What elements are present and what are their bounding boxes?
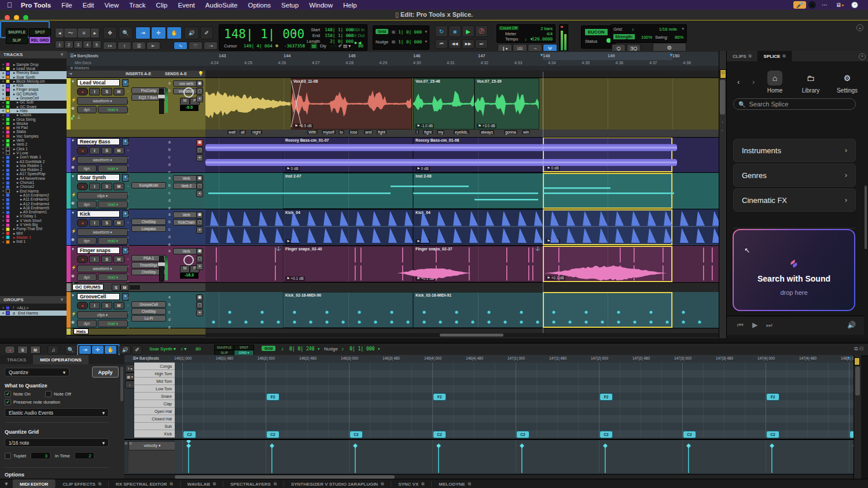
zoom-preset-icon-1[interactable]: ↕ <box>720 120 725 126</box>
record-button[interactable]: Ⓟ <box>475 25 488 37</box>
comments-button[interactable]: ▢ <box>196 219 203 226</box>
quantize-operation-select[interactable]: Quantize▾ <box>5 368 69 376</box>
audio-clip-vox-07-15-39[interactable]: Vox.07_15-39⚑ +3.0 dB <box>475 78 539 130</box>
track-visibility-dot[interactable] <box>2 89 4 91</box>
lane-label-sub[interactable]: Sub <box>134 423 175 430</box>
insert-slot-kompltkntrl[interactable]: KompltKntrl <box>131 182 166 188</box>
automation-icon[interactable]: ✽ <box>71 165 75 170</box>
send-mute-button[interactable]: M <box>180 98 190 105</box>
h-scrollbar-thumb[interactable] <box>440 334 503 337</box>
track-visibility-dot[interactable] <box>2 236 4 238</box>
midi-zoomer-icon[interactable]: 🔍 <box>65 345 76 354</box>
notation-icon[interactable]: ♫ <box>47 345 59 354</box>
sidebar-track-verb-2[interactable]: ▸ Verb 2 <box>0 143 67 147</box>
sidebar-track-orca-string[interactable]: ▸ Orca String <box>0 117 67 121</box>
record-enable-button[interactable]: ● <box>77 302 88 309</box>
automation-mode-selector[interactable]: read ▾ <box>98 273 128 281</box>
audio-clip-vox-07-15-46[interactable]: Vox.07_15-46⚑ -1.0 dB <box>413 78 475 130</box>
splice-search-input[interactable]: 🔍Search Splice <box>733 98 856 110</box>
solo-button[interactable]: S <box>112 284 120 291</box>
lane-row-conga[interactable] <box>175 363 854 371</box>
audio-clip-vox-03-11-08[interactable]: Vox.03_11-08⚑ +5.5 dB <box>291 78 412 130</box>
solo-button[interactable]: S <box>101 183 112 190</box>
bottom-tab-synthesizer-v-studio-2araplugin[interactable]: SYNTHESIZER V STUDIO 2ARAPLUGIN⧉ <box>284 479 391 488</box>
zoom-preset-3[interactable]: 3 <box>73 40 83 49</box>
main-counter-value[interactable]: 148| 1| 000 <box>224 27 304 41</box>
splice-nav-home[interactable]: ⌂Home <box>761 71 789 94</box>
track-visibility-dot[interactable] <box>2 64 4 65</box>
track-visibility-dot[interactable] <box>2 76 4 78</box>
splice-scrollbar-thumb[interactable] <box>865 186 867 249</box>
add-send-button[interactable]: + <box>196 95 203 102</box>
grabber-tool-icon[interactable]: ✋ <box>167 27 182 39</box>
bottom-tab-spectralayers[interactable]: SPECTRALAYERS⧉ <box>223 479 284 488</box>
collapse-arrow-icon[interactable]: ▼ <box>71 80 75 83</box>
midi-note-kick[interactable]: C2 <box>516 431 529 438</box>
menu-clip[interactable]: Clip <box>151 2 173 9</box>
menu-edit[interactable]: Edit <box>78 2 100 9</box>
track-view-selector[interactable]: waveform ▾ <box>77 265 128 272</box>
edit-snap-button-0[interactable]: ↦ <box>103 42 117 50</box>
dyn-selector[interactable]: dyn <box>77 320 97 327</box>
tuplet-n-field[interactable]: 3 <box>31 452 50 459</box>
link-track-icon[interactable]: ♡ <box>189 42 203 50</box>
comments-button[interactable]: ▢ <box>196 302 203 309</box>
track-visibility-dot[interactable] <box>2 106 4 108</box>
midi-target-icon[interactable]: ⧉ ▤ <box>854 346 863 352</box>
track-visibility-dot[interactable] <box>2 224 4 226</box>
track-lane-groovecell[interactable]: Kick_02-16-MIDI-90Kick_02-16-MIDI-91 <box>205 292 719 328</box>
previous-icon[interactable]: ⏮ <box>737 321 744 329</box>
midi-mute-button[interactable]: M <box>30 346 41 354</box>
audio-clip-kick-04[interactable]: Kick_04⚑ 0 dB <box>283 209 413 245</box>
lane-label-open-hat[interactable]: Open Hat <box>134 408 175 415</box>
midi-note-kick[interactable]: C2 <box>183 431 196 438</box>
track-name-box[interactable]: GC DRUMS <box>72 284 104 290</box>
audio-clip-kick-02-16-midi-91[interactable]: Kick_02-16-MIDI-91 <box>413 292 543 328</box>
menu-options[interactable]: Options <box>242 2 276 9</box>
tuplet-d-field[interactable]: 2 <box>75 452 94 459</box>
sidebar-track-master-1[interactable]: ▸ Master 1 <box>0 235 67 239</box>
grid-notation-icon[interactable]: ⊞ <box>392 29 395 35</box>
midi-selector-icon[interactable]: ✛ <box>91 345 104 354</box>
toolbar-collapse-icon[interactable]: ▾ <box>856 24 863 31</box>
dyn-selector[interactable]: dyn <box>77 106 97 113</box>
mute-button[interactable]: M <box>113 219 124 227</box>
solo-button[interactable]: S <box>101 256 112 263</box>
send-fader-handle[interactable] <box>157 262 165 267</box>
tempo-value[interactable]: 120.0000 <box>532 36 553 42</box>
bottom-tab-rx-spectral-editor[interactable]: RX SPECTRAL EDITOR⧉ <box>109 479 180 488</box>
dyn-selector[interactable]: dyn <box>77 201 97 208</box>
lane-row-clap[interactable] <box>175 400 854 408</box>
collapse-arrow-icon[interactable]: ▼ <box>71 211 75 215</box>
collapse-arrow-icon[interactable]: ▼ <box>71 247 75 251</box>
input-monitor-button[interactable]: I <box>89 88 100 95</box>
record-enable-button[interactable]: ● <box>77 256 88 263</box>
sidebar-track-block-melody-cm[interactable]: ▸ Block Melody.cm <box>0 79 67 83</box>
elastic-events-select[interactable]: Elastic Audio Events▾ <box>5 408 109 417</box>
sidebar-track-hats[interactable]: ▸ Hats <box>0 109 67 113</box>
menu-audiosuite[interactable]: AudioSuite <box>200 2 243 9</box>
midi-note-kick[interactable]: C2 <box>433 431 446 438</box>
track-lane-soar-synth[interactable]: Inst 2-07Inst 2-08 <box>205 173 719 209</box>
zoom-preset-2[interactable]: 2 <box>64 40 73 49</box>
track-visibility-dot[interactable] <box>2 169 4 171</box>
edit-snap-button-2[interactable]: ☰ <box>132 42 146 50</box>
edit-snap-button-3[interactable]: ⇤ <box>146 42 160 50</box>
zoom-out-arrow-button[interactable]: ◂ <box>55 28 64 38</box>
next-icon[interactable]: ⏭ <box>766 321 773 329</box>
panel-tab-splice[interactable]: SPLICE⧉ <box>758 51 792 61</box>
track-visibility-dot[interactable] <box>2 228 4 230</box>
midi-grid-target-icon[interactable] <box>854 357 860 365</box>
track-visibility-dot[interactable] <box>2 131 4 133</box>
edit-snap-button-1[interactable]: ↕ <box>117 42 131 50</box>
output-window-button[interactable]: ▣ <box>196 212 203 219</box>
elastic-audio-icon[interactable]: ⚡ <box>71 265 76 270</box>
send-mute-button[interactable]: M <box>180 265 190 273</box>
comments-button[interactable]: ▢ <box>196 147 203 154</box>
lane-label-high-tom[interactable]: High Tom <box>134 370 175 378</box>
mute-button[interactable]: M <box>113 256 124 263</box>
automation-mode-selector[interactable]: read ▾ <box>98 201 128 208</box>
zoom-midi-button[interactable]: ≡ <box>77 28 91 38</box>
sidebar-track-gc-snare[interactable]: ▸ GC Snare <box>0 105 67 109</box>
lane-label-low-tom[interactable]: Low Tom <box>134 385 175 393</box>
